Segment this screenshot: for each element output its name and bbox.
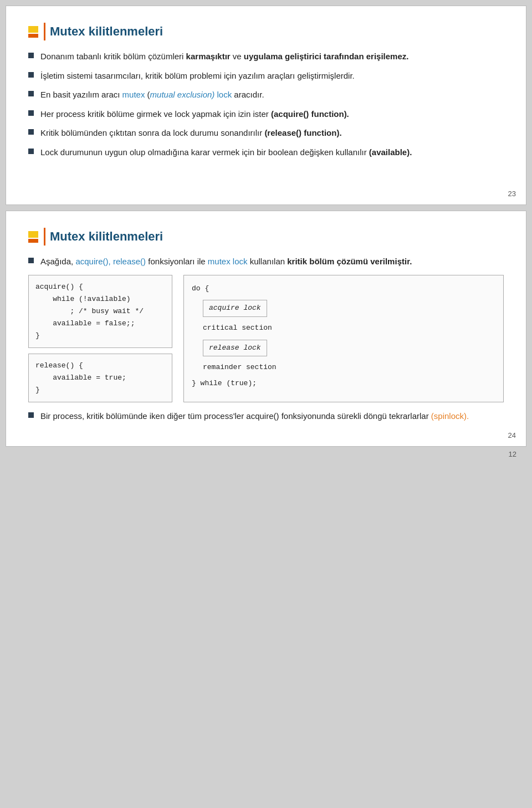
bullet-square-4 [28, 110, 34, 116]
code-right-do: do { [192, 282, 495, 296]
slide-1-bullet-list: Donanım tabanlı kritik bölüm çözümleri k… [28, 50, 504, 158]
code-block-acquire: acquire() { while (!available) ; /* busy… [28, 275, 172, 348]
title-accent-1 [28, 26, 38, 38]
slide-1: Mutex kilitlenmeleri Donanım tabanlı kri… [6, 6, 526, 205]
bullet-square-intro [28, 258, 34, 263]
slide-2-footer-text: Bir process, kritik bölümünde iken diğer… [40, 410, 469, 423]
bullet-item-3: En basit yazılım aracı mutex (mutual exc… [28, 89, 504, 101]
bullet-text-6: Lock durumunun uygun olup olmadığına kar… [40, 146, 412, 159]
bullet-square-footer [28, 412, 34, 418]
bullet-square-1 [28, 53, 34, 58]
bullet-square-6 [28, 149, 34, 154]
slide-2-intro-text: Aşağıda, acquire(), release() fonksiyonl… [40, 255, 412, 268]
bullet-square-2 [28, 72, 34, 78]
accent-top-1 [28, 26, 38, 33]
code-right-while: } while (true); [192, 377, 495, 391]
code-right-remainder: remainder section [192, 361, 495, 375]
slide-2-intro-item: Aşağıda, acquire(), release() fonksiyonl… [28, 255, 504, 268]
release-lock-box: release lock [203, 340, 267, 357]
bullet-item-4: Her process kritik bölüme girmek ve lock… [28, 108, 504, 121]
bullet-text-2: İşletim sistemi tasarımcıları, kritik bö… [40, 70, 355, 83]
bullet-item-6: Lock durumunun uygun olup olmadığına kar… [28, 146, 504, 159]
code-right-column: do { acquire lock critical section relea… [183, 275, 504, 403]
slide-2-number: 24 [508, 431, 516, 439]
bullet-square-3 [28, 91, 34, 96]
slides-container: Mutex kilitlenmeleri Donanım tabanlı kri… [6, 6, 526, 447]
code-block-release: release() { available = true; } [28, 354, 172, 402]
code-right-critical: critical section [192, 321, 495, 335]
accent-line-1 [44, 23, 45, 40]
bullet-item-1: Donanım tabanlı kritik bölüm çözümleri k… [28, 50, 504, 63]
bullet-square-5 [28, 129, 34, 135]
slide-2-intro: Aşağıda, acquire(), release() fonksiyonl… [28, 255, 504, 268]
bullet-text-1: Donanım tabanlı kritik bölüm çözümleri k… [40, 50, 408, 63]
slide-2: Mutex kilitlenmeleri Aşağıda, acquire(),… [6, 211, 526, 447]
title-accent-2 [28, 231, 38, 243]
bullet-text-3: En basit yazılım aracı mutex (mutual exc… [40, 89, 264, 101]
page-number: 12 [6, 447, 526, 458]
bullet-item-2: İşletim sistemi tasarımcıları, kritik bö… [28, 70, 504, 83]
code-diagram: acquire() { while (!available) ; /* busy… [28, 275, 504, 403]
accent-bottom-2 [28, 239, 38, 243]
code-right-inner: do { acquire lock critical section relea… [192, 282, 495, 391]
bullet-text-4: Her process kritik bölüme girmek ve lock… [40, 108, 349, 121]
accent-top-2 [28, 231, 38, 238]
slide-1-title: Mutex kilitlenmeleri [50, 24, 163, 39]
slide-2-title: Mutex kilitlenmeleri [50, 229, 163, 244]
slide-1-number: 23 [508, 190, 516, 198]
code-left-column: acquire() { while (!available) ; /* busy… [28, 275, 172, 403]
slide-2-title-bar: Mutex kilitlenmeleri [28, 228, 504, 246]
accent-bottom-1 [28, 34, 38, 38]
bullet-text-5: Kritik bölümünden çıktıtan sonra da lock… [40, 127, 342, 140]
acquire-lock-box: acquire lock [203, 300, 267, 317]
slide-2-footer-list: Bir process, kritik bölümünde iken diğer… [28, 410, 504, 423]
slide-1-title-bar: Mutex kilitlenmeleri [28, 23, 504, 40]
accent-line-2 [44, 228, 45, 246]
slide-2-footer-item: Bir process, kritik bölümünde iken diğer… [28, 410, 504, 423]
bullet-item-5: Kritik bölümünden çıktıtan sonra da lock… [28, 127, 504, 140]
